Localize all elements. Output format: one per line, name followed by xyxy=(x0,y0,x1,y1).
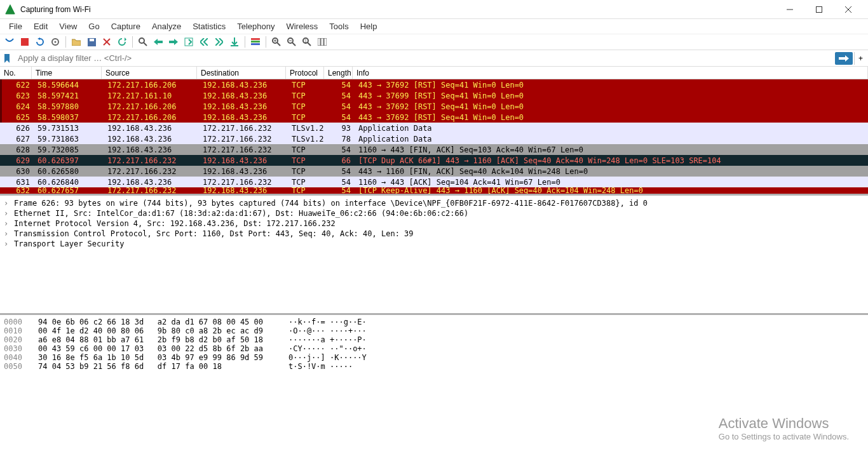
svg-rect-17 xyxy=(251,38,260,40)
col-header-length[interactable]: Length xyxy=(324,67,353,79)
table-row[interactable]: 62859.732085192.168.43.236172.217.166.23… xyxy=(0,144,868,155)
chevron-right-icon: › xyxy=(4,209,10,218)
toolbar-sep xyxy=(132,36,133,48)
apply-filter-button[interactable] xyxy=(835,52,853,65)
table-row[interactable]: 62558.598037172.217.166.206192.168.43.23… xyxy=(0,112,868,123)
zoom-reset-icon[interactable]: 1 xyxy=(300,35,314,49)
svg-line-21 xyxy=(277,43,280,46)
menu-edit[interactable]: Edit xyxy=(29,20,53,32)
hex-row[interactable]: 0020a6 e8 04 88 01 bb a7 61 2b f9 b8 d2 … xyxy=(4,335,864,344)
open-file-icon[interactable] xyxy=(69,35,83,49)
colorize-icon[interactable] xyxy=(248,35,262,49)
minimize-button[interactable] xyxy=(775,0,804,19)
menu-capture[interactable]: Capture xyxy=(106,20,146,32)
go-forward-icon[interactable] xyxy=(166,35,180,49)
bookmark-filter-icon[interactable] xyxy=(1,53,13,64)
add-filter-button[interactable]: + xyxy=(854,52,867,65)
display-filter-input[interactable] xyxy=(15,51,835,65)
watermark-title: Activate Windows xyxy=(719,415,849,432)
details-line[interactable]: ›Transport Layer Security xyxy=(4,239,864,249)
packet-details-pane[interactable]: ›Frame 626: 93 bytes on wire (744 bits),… xyxy=(0,194,868,313)
col-header-no[interactable]: No. xyxy=(0,67,32,79)
col-header-info[interactable]: Info xyxy=(353,67,868,79)
packet-rows[interactable]: 62258.596644172.217.166.206192.168.43.23… xyxy=(0,79,868,194)
resize-columns-icon[interactable] xyxy=(315,35,329,49)
svg-rect-32 xyxy=(324,38,327,46)
chevron-right-icon: › xyxy=(4,219,10,228)
svg-rect-30 xyxy=(318,38,320,46)
toolbar-sep xyxy=(65,36,66,48)
svg-rect-1 xyxy=(817,6,822,12)
hex-row[interactable]: 005074 04 53 b9 21 56 f8 6d df 17 fa 00 … xyxy=(4,362,864,371)
auto-scroll-icon[interactable] xyxy=(227,35,241,49)
hex-row[interactable]: 004030 16 8e f5 6a 1b 10 5d 03 4b 97 e9 … xyxy=(4,353,864,362)
hex-row[interactable]: 003000 43 59 c6 00 00 17 03 03 00 22 d5 … xyxy=(4,344,864,353)
svg-rect-4 xyxy=(21,38,29,46)
go-back-icon[interactable] xyxy=(151,35,165,49)
col-header-dest[interactable]: Destination xyxy=(197,67,286,79)
save-file-icon[interactable] xyxy=(85,35,98,49)
menu-wireless[interactable]: Wireless xyxy=(281,20,323,32)
table-row[interactable]: 62960.626397172.217.166.232192.168.43.23… xyxy=(0,155,868,166)
svg-line-12 xyxy=(144,43,147,46)
col-header-source[interactable]: Source xyxy=(102,67,197,79)
maximize-button[interactable] xyxy=(804,0,834,19)
close-button[interactable] xyxy=(834,0,863,19)
chevron-right-icon: › xyxy=(4,199,10,208)
menu-help[interactable]: Help xyxy=(355,20,383,32)
stop-capture-icon[interactable] xyxy=(18,35,32,49)
table-row[interactable]: 62258.596644172.217.166.206192.168.43.23… xyxy=(0,79,868,90)
svg-text:1: 1 xyxy=(304,39,307,43)
svg-rect-13 xyxy=(157,41,163,43)
col-header-time[interactable]: Time xyxy=(32,67,102,79)
menubar: File Edit View Go Capture Analyze Statis… xyxy=(0,19,868,34)
menu-statistics[interactable]: Statistics xyxy=(187,20,231,32)
hex-row[interactable]: 001000 4f 1e d2 40 00 80 06 9b 80 c0 a8 … xyxy=(4,326,864,335)
go-to-packet-icon[interactable] xyxy=(182,35,196,49)
start-capture-icon[interactable] xyxy=(3,35,17,49)
details-line[interactable]: ›Ethernet II, Src: IntelCor_da:d1:67 (18… xyxy=(4,208,864,218)
table-row[interactable]: 62358.597421172.217.161.10192.168.43.236… xyxy=(0,90,868,101)
svg-rect-18 xyxy=(251,41,260,43)
watermark-subtitle: Go to Settings to activate Windows. xyxy=(719,432,849,441)
packet-bytes-pane[interactable]: 000094 0e 6b 06 c2 66 18 3d a2 da d1 67 … xyxy=(0,313,868,449)
zoom-out-icon[interactable] xyxy=(285,35,299,49)
main-toolbar: 1 xyxy=(0,34,868,50)
menu-tools[interactable]: Tools xyxy=(324,20,353,32)
menu-telephony[interactable]: Telephony xyxy=(232,20,280,32)
display-filter-bar: + xyxy=(0,50,868,67)
svg-rect-8 xyxy=(90,39,94,41)
restart-capture-icon[interactable] xyxy=(33,35,47,49)
table-row[interactable]: 62659.731513192.168.43.236172.217.166.23… xyxy=(0,123,868,133)
menu-analyze[interactable]: Analyze xyxy=(147,20,186,32)
table-row[interactable]: 63060.626580172.217.166.232192.168.43.23… xyxy=(0,166,868,177)
table-row[interactable]: 63260.627657172.217.166.232192.168.43.23… xyxy=(0,187,868,194)
menu-view[interactable]: View xyxy=(54,20,82,32)
svg-line-25 xyxy=(292,43,295,46)
table-row[interactable]: 62759.731863192.168.43.236172.217.166.23… xyxy=(0,133,868,144)
toolbar-sep xyxy=(245,36,245,48)
zoom-in-icon[interactable] xyxy=(269,35,283,49)
table-row[interactable]: 62458.597880172.217.166.206192.168.43.23… xyxy=(0,101,868,112)
close-file-icon[interactable] xyxy=(100,35,114,49)
details-line[interactable]: ›Internet Protocol Version 4, Src: 192.1… xyxy=(4,218,864,229)
details-line[interactable]: ›Frame 626: 93 bytes on wire (744 bits),… xyxy=(4,198,864,208)
details-line[interactable]: ›Transmission Control Protocol, Src Port… xyxy=(4,229,864,239)
find-icon[interactable] xyxy=(136,35,150,49)
go-last-icon[interactable] xyxy=(212,35,226,49)
col-header-proto[interactable]: Protocol xyxy=(286,67,324,79)
chevron-right-icon: › xyxy=(4,239,10,248)
go-first-icon[interactable] xyxy=(197,35,211,49)
capture-options-icon[interactable] xyxy=(48,35,62,49)
menu-go[interactable]: Go xyxy=(83,20,104,32)
menu-file[interactable]: File xyxy=(4,20,27,32)
table-row[interactable]: 63160.626840192.168.43.236172.217.166.23… xyxy=(0,177,868,187)
packet-list-header[interactable]: No. Time Source Destination Protocol Len… xyxy=(0,67,868,79)
wireshark-icon xyxy=(5,4,15,15)
svg-rect-14 xyxy=(169,41,175,43)
reload-icon[interactable] xyxy=(115,35,129,49)
hex-row[interactable]: 000094 0e 6b 06 c2 66 18 3d a2 da d1 67 … xyxy=(4,318,864,326)
svg-point-11 xyxy=(139,38,144,43)
window-title: Capturing from Wi-Fi xyxy=(20,5,91,14)
titlebar: Capturing from Wi-Fi xyxy=(0,0,868,19)
